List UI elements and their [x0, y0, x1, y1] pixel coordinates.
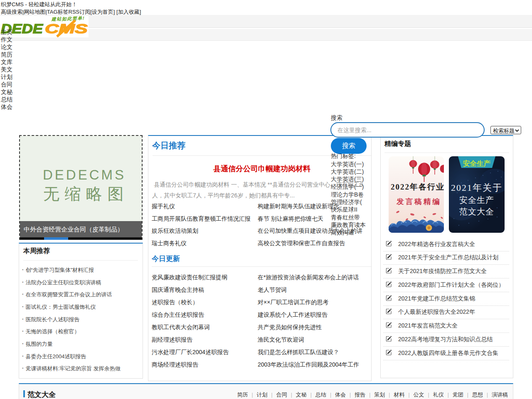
svg-text:范文大全: 范文大全	[459, 207, 494, 216]
svg-text:安全生产: 安全生产	[463, 160, 491, 167]
svg-text:安全生产: 安全生产	[459, 195, 494, 204]
svg-text:2022年各行业: 2022年各行业	[391, 182, 444, 191]
svg-text:2021年关于: 2021年关于	[451, 182, 502, 193]
svg-text:建站如此简单!: 建站如此简单!	[51, 16, 85, 22]
svg-text:发言稿精编: 发言稿精编	[396, 197, 441, 206]
